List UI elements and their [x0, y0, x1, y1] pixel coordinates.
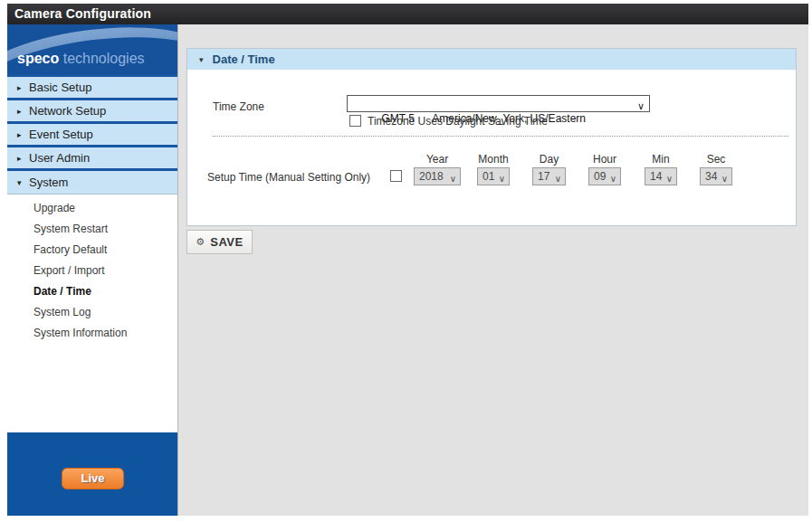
month-select[interactable]: 01 ∨	[477, 167, 510, 185]
timezone-label: Time Zone	[213, 100, 264, 113]
panel-header[interactable]: ▾ Date / Time	[187, 49, 796, 70]
sidebar-item-basic-setup[interactable]: ▸ Basic Setup	[7, 77, 177, 100]
chevron-down-icon: ∨	[555, 171, 561, 187]
chevron-down-icon: ∨	[450, 171, 456, 187]
dst-checkbox[interactable]	[349, 115, 361, 127]
month-column-header: Month	[477, 153, 510, 166]
sidebar-footer: Live	[7, 432, 177, 516]
triangle-right-icon: ▸	[17, 154, 29, 163]
chevron-down-icon: ∨	[499, 171, 505, 187]
logo-brand-bold: speco	[17, 51, 59, 66]
min-value: 14	[650, 170, 662, 183]
system-submenu: Upgrade System Restart Factory Default E…	[7, 195, 177, 432]
sec-value: 34	[705, 170, 717, 183]
sidebar-item-event-setup[interactable]: ▸ Event Setup	[7, 124, 177, 147]
submenu-item-system-restart[interactable]: System Restart	[7, 219, 177, 240]
setup-time-checkbox[interactable]	[390, 170, 402, 182]
sidebar-item-label: User Admin	[29, 151, 90, 165]
chevron-down-icon: ∨	[637, 99, 645, 114]
sidebar-item-user-admin[interactable]: ▸ User Admin	[7, 147, 177, 171]
logo-text: speco technologies	[17, 51, 145, 67]
panel-title: Date / Time	[213, 52, 275, 66]
year-column-header: Year	[414, 153, 461, 166]
sidebar-item-network-setup[interactable]: ▸ Network Setup	[7, 100, 177, 124]
save-button-label: SAVE	[210, 235, 243, 249]
live-button[interactable]: Live	[62, 468, 124, 489]
window-title: Camera Configuration	[7, 4, 808, 24]
triangle-right-icon: ▸	[17, 130, 29, 139]
chevron-down-icon: ∨	[721, 171, 728, 187]
triangle-right-icon: ▸	[17, 107, 29, 116]
gear-icon: ⚙	[196, 237, 205, 247]
triangle-down-icon: ▾	[199, 55, 204, 64]
submenu-item-system-log[interactable]: System Log	[7, 302, 177, 323]
date-time-panel: ▾ Date / Time Time Zone GMT-5 America/Ne…	[186, 48, 797, 226]
speco-logo: speco technologies	[7, 24, 177, 77]
sidebar-item-system[interactable]: ▾ System	[7, 171, 177, 195]
sidebar: speco technologies ▸ Basic Setup ▸ Netwo…	[7, 24, 178, 516]
hour-column-header: Hour	[588, 153, 621, 166]
content-area: speco technologies ▸ Basic Setup ▸ Netwo…	[7, 24, 808, 516]
submenu-item-system-information[interactable]: System Information	[7, 323, 177, 344]
month-value: 01	[482, 170, 494, 183]
day-value: 17	[538, 170, 549, 183]
chevron-down-icon: ∨	[610, 171, 616, 187]
day-column-header: Day	[532, 153, 566, 166]
hour-value: 09	[594, 170, 606, 183]
year-value: 2018	[419, 170, 444, 183]
section-divider	[213, 136, 788, 137]
submenu-item-factory-default[interactable]: Factory Default	[7, 240, 177, 261]
year-select[interactable]: 2018 ∨	[414, 167, 461, 185]
sidebar-item-label: System	[29, 176, 68, 189]
sec-select[interactable]: 34 ∨	[700, 167, 732, 185]
dst-checkbox-label: Timezone Uses Daylight Saving Time	[368, 115, 548, 128]
triangle-down-icon: ▾	[17, 178, 29, 187]
sidebar-item-label: Network Setup	[29, 104, 106, 118]
camera-config-window: Camera Configuration speco technologies …	[0, 0, 812, 522]
sec-column-header: Sec	[700, 153, 732, 166]
min-column-header: Min	[645, 153, 677, 166]
save-button[interactable]: ⚙ SAVE	[186, 230, 253, 254]
timezone-select[interactable]: GMT-5 America/New_York, US/Eastern ∨	[347, 95, 650, 112]
submenu-item-date-time[interactable]: Date / Time	[7, 281, 177, 302]
main-area: ▾ Date / Time Time Zone GMT-5 America/Ne…	[178, 24, 808, 516]
day-select[interactable]: 17 ∨	[532, 167, 566, 185]
min-select[interactable]: 14 ∨	[645, 167, 677, 185]
submenu-item-upgrade[interactable]: Upgrade	[7, 198, 177, 219]
chevron-down-icon: ∨	[666, 171, 673, 187]
sidebar-item-label: Event Setup	[29, 128, 93, 141]
hour-select[interactable]: 09 ∨	[588, 167, 621, 185]
triangle-right-icon: ▸	[17, 83, 29, 92]
setup-time-label: Setup Time (Manual Setting Only)	[207, 171, 370, 184]
submenu-item-export-import[interactable]: Export / Import	[7, 261, 177, 281]
logo-brand-light: technologies	[59, 51, 144, 66]
sidebar-item-label: Basic Setup	[29, 81, 91, 94]
